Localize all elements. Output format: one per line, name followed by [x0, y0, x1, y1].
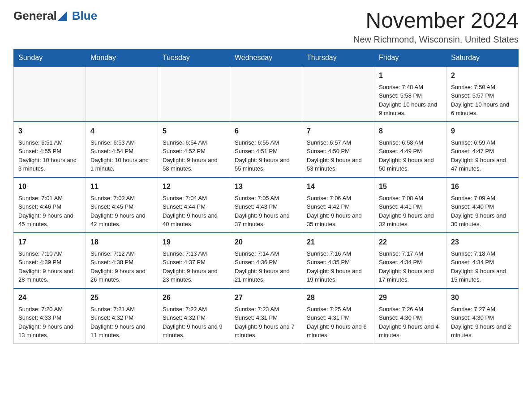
sunset-text: Sunset: 4:46 PM — [18, 202, 81, 211]
daylight-text: Daylight: 10 hours and 3 minutes. — [18, 156, 81, 173]
day-of-week-header: Thursday — [302, 49, 374, 67]
day-number: 12 — [163, 181, 225, 192]
day-number: 19 — [163, 237, 225, 248]
logo-general-text: General — [13, 9, 57, 23]
day-number: 6 — [235, 126, 297, 137]
day-number: 29 — [379, 292, 442, 303]
calendar-table: SundayMondayTuesdayWednesdayThursdayFrid… — [13, 49, 519, 344]
day-number: 18 — [90, 237, 153, 248]
sunset-text: Sunset: 4:55 PM — [18, 147, 81, 156]
sunset-text: Sunset: 4:37 PM — [163, 258, 225, 267]
daylight-text: Daylight: 10 hours and 6 minutes. — [451, 100, 514, 118]
calendar-cell: 30Sunrise: 7:27 AMSunset: 4:30 PMDayligh… — [446, 288, 519, 344]
daylight-text: Daylight: 9 hours and 15 minutes. — [451, 267, 514, 284]
calendar-cell: 29Sunrise: 7:26 AMSunset: 4:30 PMDayligh… — [374, 288, 446, 344]
calendar-cell: 9Sunrise: 6:59 AMSunset: 4:47 PMDaylight… — [446, 122, 519, 177]
sunrise-text: Sunrise: 7:08 AM — [379, 194, 442, 203]
daylight-text: Daylight: 9 hours and 9 minutes. — [163, 322, 225, 340]
sunrise-text: Sunrise: 7:22 AM — [163, 305, 225, 314]
sunrise-text: Sunrise: 6:51 AM — [18, 138, 81, 147]
sunrise-text: Sunrise: 7:25 AM — [307, 305, 369, 314]
day-number: 24 — [18, 292, 81, 303]
sunset-text: Sunset: 4:38 PM — [90, 258, 153, 267]
calendar-cell: 13Sunrise: 7:05 AMSunset: 4:43 PMDayligh… — [230, 177, 302, 233]
calendar-cell: 8Sunrise: 6:58 AMSunset: 4:49 PMDaylight… — [374, 122, 446, 177]
sunset-text: Sunset: 4:33 PM — [18, 313, 81, 322]
day-number: 28 — [307, 292, 369, 303]
calendar-week-row: 1Sunrise: 7:48 AMSunset: 5:58 PMDaylight… — [14, 66, 519, 122]
daylight-text: Daylight: 9 hours and 11 minutes. — [90, 322, 153, 340]
calendar-cell: 26Sunrise: 7:22 AMSunset: 4:32 PMDayligh… — [158, 288, 230, 344]
day-number: 7 — [307, 126, 369, 137]
daylight-text: Daylight: 9 hours and 4 minutes. — [379, 322, 442, 340]
daylight-text: Daylight: 9 hours and 23 minutes. — [163, 267, 225, 284]
sunset-text: Sunset: 4:45 PM — [90, 202, 153, 211]
day-of-week-header: Monday — [86, 49, 158, 67]
sunset-text: Sunset: 4:51 PM — [235, 147, 297, 156]
sunrise-text: Sunrise: 7:06 AM — [307, 194, 369, 203]
daylight-text: Daylight: 9 hours and 50 minutes. — [379, 156, 442, 173]
sunrise-text: Sunrise: 6:54 AM — [163, 138, 225, 147]
day-number: 9 — [451, 126, 514, 137]
calendar-cell — [230, 66, 302, 122]
sunrise-text: Sunrise: 6:59 AM — [451, 138, 514, 147]
daylight-text: Daylight: 9 hours and 42 minutes. — [90, 211, 153, 229]
sunset-text: Sunset: 4:52 PM — [163, 147, 225, 156]
sunset-text: Sunset: 4:34 PM — [451, 258, 514, 267]
sunrise-text: Sunrise: 7:23 AM — [235, 305, 297, 314]
day-number: 30 — [451, 292, 514, 303]
calendar-cell: 17Sunrise: 7:10 AMSunset: 4:39 PMDayligh… — [14, 233, 86, 288]
sunset-text: Sunset: 4:54 PM — [90, 147, 153, 156]
sunset-text: Sunset: 5:58 PM — [379, 91, 442, 100]
sunrise-text: Sunrise: 7:17 AM — [379, 249, 442, 258]
sunset-text: Sunset: 4:32 PM — [90, 313, 153, 322]
day-number: 20 — [235, 237, 297, 248]
sunset-text: Sunset: 4:41 PM — [379, 202, 442, 211]
daylight-text: Daylight: 9 hours and 35 minutes. — [307, 211, 369, 229]
month-title: November 2024 — [353, 9, 519, 33]
calendar-cell: 7Sunrise: 6:57 AMSunset: 4:50 PMDaylight… — [302, 122, 374, 177]
day-number: 23 — [451, 237, 514, 248]
calendar-cell: 21Sunrise: 7:16 AMSunset: 4:35 PMDayligh… — [302, 233, 374, 288]
sunrise-text: Sunrise: 7:27 AM — [451, 305, 514, 314]
day-of-week-header: Saturday — [446, 49, 519, 67]
day-of-week-header: Friday — [374, 49, 446, 67]
calendar-cell: 28Sunrise: 7:25 AMSunset: 4:31 PMDayligh… — [302, 288, 374, 344]
calendar-cell: 20Sunrise: 7:14 AMSunset: 4:36 PMDayligh… — [230, 233, 302, 288]
daylight-text: Daylight: 9 hours and 47 minutes. — [451, 156, 514, 173]
day-of-week-header: Wednesday — [230, 49, 302, 67]
calendar-cell — [14, 66, 86, 122]
sunrise-text: Sunrise: 7:50 AM — [451, 83, 514, 92]
day-number: 25 — [90, 292, 153, 303]
calendar-week-row: 24Sunrise: 7:20 AMSunset: 4:33 PMDayligh… — [14, 288, 519, 344]
sunrise-text: Sunrise: 6:55 AM — [235, 138, 297, 147]
day-number: 16 — [451, 181, 514, 192]
day-number: 11 — [90, 181, 153, 192]
calendar-cell: 15Sunrise: 7:08 AMSunset: 4:41 PMDayligh… — [374, 177, 446, 233]
daylight-text: Daylight: 9 hours and 45 minutes. — [18, 211, 81, 229]
sunset-text: Sunset: 4:42 PM — [307, 202, 369, 211]
sunset-text: Sunset: 4:44 PM — [163, 202, 225, 211]
daylight-text: Daylight: 9 hours and 53 minutes. — [307, 156, 369, 173]
daylight-text: Daylight: 9 hours and 55 minutes. — [235, 156, 297, 173]
sunrise-text: Sunrise: 6:57 AM — [307, 138, 369, 147]
calendar-week-row: 17Sunrise: 7:10 AMSunset: 4:39 PMDayligh… — [14, 233, 519, 288]
logo-triangle-icon — [57, 11, 67, 21]
day-of-week-header: Sunday — [14, 49, 86, 67]
daylight-text: Daylight: 9 hours and 30 minutes. — [451, 211, 514, 229]
day-number: 1 — [379, 70, 442, 81]
sunrise-text: Sunrise: 7:09 AM — [451, 194, 514, 203]
calendar-cell: 3Sunrise: 6:51 AMSunset: 4:55 PMDaylight… — [14, 122, 86, 177]
daylight-text: Daylight: 9 hours and 58 minutes. — [163, 156, 225, 173]
day-number: 8 — [379, 126, 442, 137]
day-number: 4 — [90, 126, 153, 137]
daylight-text: Daylight: 9 hours and 6 minutes. — [307, 322, 369, 340]
calendar-cell: 23Sunrise: 7:18 AMSunset: 4:34 PMDayligh… — [446, 233, 519, 288]
calendar-cell: 11Sunrise: 7:02 AMSunset: 4:45 PMDayligh… — [86, 177, 158, 233]
svg-marker-0 — [57, 11, 67, 21]
sunrise-text: Sunrise: 7:13 AM — [163, 249, 225, 258]
sunrise-text: Sunrise: 7:04 AM — [163, 194, 225, 203]
sunrise-text: Sunrise: 7:26 AM — [379, 305, 442, 314]
sunset-text: Sunset: 4:31 PM — [235, 313, 297, 322]
sunset-text: Sunset: 4:43 PM — [235, 202, 297, 211]
